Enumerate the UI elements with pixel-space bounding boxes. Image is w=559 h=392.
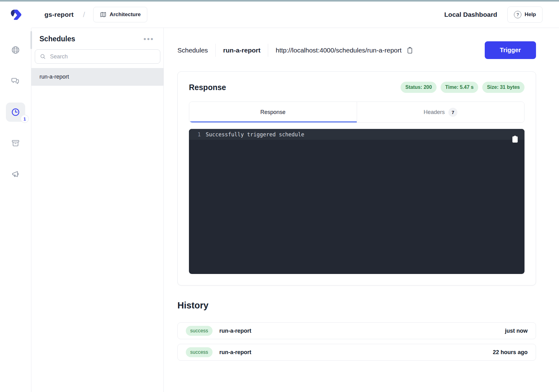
tab-headers[interactable]: Headers 7 <box>357 102 525 122</box>
breadcrumb-separator: / <box>83 10 85 19</box>
line-text: Successfully triggered schedule <box>206 131 304 138</box>
trigger-button[interactable]: Trigger <box>485 41 536 59</box>
dashboard-title: Local Dashboard <box>444 11 497 18</box>
app-logo[interactable] <box>0 2 31 28</box>
globe-icon <box>11 45 20 55</box>
code-line: 1 Successfully triggered schedule <box>189 129 525 140</box>
architecture-label: Architecture <box>110 11 141 18</box>
sidebar-item-schedules[interactable]: 1 <box>6 103 25 122</box>
history-run-time: just now <box>505 328 528 334</box>
breadcrumb: Schedules run-a-report http://localhost:… <box>177 41 413 59</box>
response-badges: Status: 200 Time: 5.47 s Size: 31 bytes <box>401 82 525 93</box>
schedules-count-badge: 1 <box>21 115 29 123</box>
sidebar-item-messaging[interactable] <box>6 71 25 91</box>
history-run-name: run-a-report <box>219 349 251 356</box>
archive-icon <box>11 139 20 148</box>
tab-response[interactable]: Response <box>189 102 357 122</box>
search-input[interactable] <box>35 49 160 64</box>
clipboard-icon <box>406 47 413 54</box>
line-number: 1 <box>189 131 201 138</box>
map-icon <box>100 11 107 18</box>
tab-response-label: Response <box>260 109 286 116</box>
divider <box>215 44 216 57</box>
schedule-name: run-a-report <box>39 74 69 80</box>
megaphone-icon <box>11 170 20 179</box>
headers-count-badge: 7 <box>448 108 457 117</box>
sidebar-item-storage[interactable] <box>6 134 25 153</box>
status-badge: Status: 200 <box>401 82 436 93</box>
panel-title: Schedules <box>39 35 75 43</box>
history-title: History <box>177 300 536 311</box>
app-window: gs-report / Architecture Local Dashboard… <box>0 0 559 392</box>
header-content: gs-report / Architecture Local Dashboard… <box>31 2 559 28</box>
response-tabs: Response Headers 7 <box>189 102 525 123</box>
scrollbar-thumb[interactable] <box>30 31 32 49</box>
copy-response-button[interactable] <box>512 136 518 144</box>
time-badge: Time: 5.47 s <box>441 82 478 93</box>
detail-header: Schedules run-a-report http://localhost:… <box>177 41 536 59</box>
sidebar-item-endpoints[interactable] <box>6 40 25 60</box>
status-badge: success <box>186 326 213 336</box>
history-row[interactable]: success run-a-report 22 hours ago <box>177 344 536 361</box>
divider <box>268 44 268 57</box>
architecture-button[interactable]: Architecture <box>93 7 147 22</box>
main-content: Schedules run-a-report http://localhost:… <box>164 28 559 392</box>
response-body-viewer: 1 Successfully triggered schedule <box>189 129 525 274</box>
search-icon <box>40 53 46 60</box>
project-name: gs-report <box>44 11 74 18</box>
sidebar-item-announcements[interactable] <box>6 165 25 184</box>
help-button[interactable]: ? Help <box>507 7 543 23</box>
clock-icon <box>11 107 20 117</box>
schedule-list-item[interactable]: run-a-report <box>31 68 163 86</box>
help-label: Help <box>525 11 536 18</box>
chat-icon <box>11 76 20 86</box>
arrow-logo-icon <box>8 7 23 22</box>
schedule-url: http://localhost:4000/schedules/run-a-re… <box>276 47 401 54</box>
response-card: Response Status: 200 Time: 5.47 s Size: … <box>177 71 536 285</box>
history-run-name: run-a-report <box>219 328 251 334</box>
schedules-panel: Schedules ••• run-a-report <box>31 28 164 392</box>
status-badge: success <box>186 347 213 357</box>
response-title: Response <box>189 83 226 92</box>
tab-headers-label: Headers <box>424 109 445 116</box>
size-badge: Size: 31 bytes <box>482 82 525 93</box>
copy-url-button[interactable] <box>406 47 413 54</box>
icon-sidebar: 1 <box>0 28 31 392</box>
ellipsis-icon[interactable]: ••• <box>142 36 155 42</box>
header-bar: gs-report / Architecture Local Dashboard… <box>0 2 559 28</box>
history-list: success run-a-report just now success ru… <box>177 322 536 361</box>
breadcrumb-section: Schedules <box>177 47 208 54</box>
history-run-time: 22 hours ago <box>493 349 528 356</box>
history-row[interactable]: success run-a-report just now <box>177 322 536 339</box>
clipboard-icon <box>512 136 518 143</box>
breadcrumb-item: run-a-report <box>223 47 260 54</box>
question-circle-icon: ? <box>514 11 521 18</box>
